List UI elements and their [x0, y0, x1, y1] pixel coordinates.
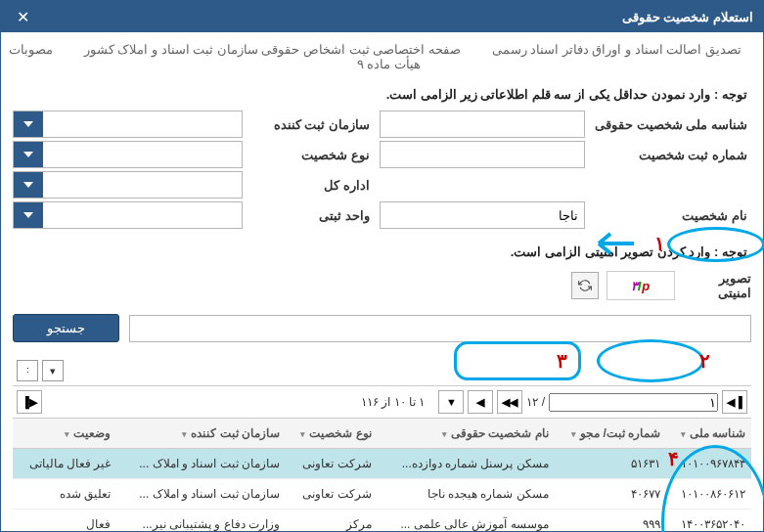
cell-status: غیر فعال مالیاتی — [13, 449, 116, 479]
captcha-image: pI۳ — [607, 271, 675, 300]
link-authenticity[interactable]: تصدیق اصالت اسناد و اوراق دفاتر اسناد رس… — [492, 42, 742, 57]
chevron-down-icon — [14, 111, 43, 137]
label-entity-name: نام شخصیت — [595, 208, 751, 223]
pager: ▐◀ / ۱۲ ◀◀ ◀ ▼ ۱ تا ۱۰ از ۱۱۶ ▶▐ — [13, 385, 751, 419]
window-title: استعلام شخصیت حقوقی — [622, 10, 753, 24]
input-captcha[interactable] — [129, 315, 751, 342]
results-table: شناسه ملی▾ شماره ثبت/ مجو▾ نام شخصیت حقو… — [13, 419, 751, 532]
col-org[interactable]: سازمان ثبت کننده▾ — [116, 419, 286, 449]
dropdown-reg-org[interactable] — [13, 111, 243, 138]
dropdown-unit[interactable] — [13, 201, 243, 229]
label-captcha: تصویر امنیتی — [683, 271, 751, 300]
chevron-down-icon — [14, 172, 43, 198]
cell-org: وزارت دفاع و پشتیبانی نیر... — [116, 510, 286, 533]
cell-status: فعال — [13, 510, 116, 533]
cell-name: مسکن پرسنل شماره دوازده... — [378, 449, 555, 479]
close-button[interactable]: ✕ — [11, 7, 34, 26]
cell-status: تعلیق شده — [13, 479, 116, 510]
cell-reg_no: ۹۹۹ — [555, 510, 666, 533]
dropdown-type[interactable] — [13, 141, 243, 168]
link-bar: تصدیق اصالت اسناد و اوراق دفاتر اسناد رس… — [1, 32, 763, 75]
note-required-fields: توجه : وارد نمودن حداقل یکی از سه قلم اط… — [13, 81, 751, 108]
cell-national_id: ۱۰۱۰۰۹۶۷۸۴۳ — [666, 449, 751, 479]
pager-range: ۱ تا ۱۰ از ۱۱۶ — [361, 395, 425, 409]
grid-menu-button[interactable]: ∶ — [17, 360, 38, 381]
label-reg-org: سازمان ثبت کننده — [252, 117, 370, 132]
pager-last[interactable]: ▶▐ — [17, 390, 42, 414]
input-entity-name[interactable] — [380, 201, 585, 229]
chevron-down-icon — [14, 202, 43, 228]
col-type[interactable]: نوع شخصیت▾ — [286, 419, 378, 449]
cell-reg_no: ۴۰۶۷۷ — [555, 479, 666, 510]
pager-first[interactable]: ▐◀ — [722, 390, 747, 414]
table-row[interactable]: ۱۴۰۰۳۶۵۲۰۴۰۹۹۹موسسه آموزش عالی علمی ...م… — [13, 510, 751, 533]
pager-prev[interactable]: ◀◀ — [497, 390, 522, 414]
pager-total: ۱۲ — [526, 395, 538, 409]
chevron-down-icon — [14, 142, 43, 167]
cell-reg_no: ۵۱۶۳۱ — [555, 449, 666, 479]
dropdown-gen-dept[interactable] — [13, 171, 243, 199]
pager-current-input[interactable] — [549, 393, 718, 412]
search-button[interactable]: جستجو — [13, 314, 119, 342]
input-reg-no[interactable] — [380, 141, 585, 168]
table-row[interactable]: ۱۰۱۰۰۸۶۰۶۱۲۴۰۶۷۷مسکن شماره هیجده ناجاشرک… — [13, 479, 751, 510]
note-captcha: توجه : وارد کردن تصویر امنیتی الزامی است… — [13, 239, 751, 265]
refresh-icon — [578, 279, 592, 292]
captcha-refresh-button[interactable] — [571, 272, 599, 299]
label-type: نوع شخصیت — [252, 148, 370, 162]
cell-type: شرکت تعاونی — [286, 479, 378, 510]
cell-national_id: ۱۴۰۰۳۶۵۲۰۴۰ — [666, 510, 751, 533]
cell-type: شرکت تعاونی — [286, 449, 378, 479]
col-reg-no[interactable]: شماره ثبت/ مجو▾ — [555, 419, 666, 449]
label-national-id: شناسه ملی شخصیت حقوقی — [595, 117, 751, 132]
cell-org: سازمان ثبت اسناد و املاک ... — [116, 449, 286, 479]
grid-settings-button[interactable]: ▾ — [42, 360, 64, 381]
col-name[interactable]: نام شخصیت حقوقی▾ — [378, 419, 555, 449]
label-reg-no: شماره ثبت شخصیت — [595, 148, 751, 162]
col-status[interactable]: وضعیت▾ — [13, 419, 116, 449]
table-row[interactable]: ۱۰۱۰۰۹۶۷۸۴۳۵۱۶۳۱مسکن پرسنل شماره دوازده.… — [13, 449, 751, 479]
cell-name: موسسه آموزش عالی علمی ... — [378, 510, 555, 533]
pager-next[interactable]: ◀ — [468, 390, 493, 414]
pager-filter[interactable]: ▼ — [438, 390, 464, 414]
cell-org: سازمان ثبت اسناد و املاک ... — [116, 479, 286, 510]
input-national-id[interactable] — [380, 111, 585, 138]
cell-national_id: ۱۰۱۰۰۸۶۰۶۱۲ — [666, 479, 751, 510]
col-national-id[interactable]: شناسه ملی▾ — [666, 419, 751, 449]
label-gen-dept: اداره کل — [252, 178, 370, 193]
link-registry[interactable]: صفحه اختصاصی ثبت اشخاص حقوقی سازمان ثبت … — [84, 42, 461, 57]
cell-type: مرکز — [286, 510, 378, 533]
label-unit: واحد ثبتی — [252, 208, 370, 223]
cell-name: مسکن شماره هیجده ناجا — [378, 479, 555, 510]
